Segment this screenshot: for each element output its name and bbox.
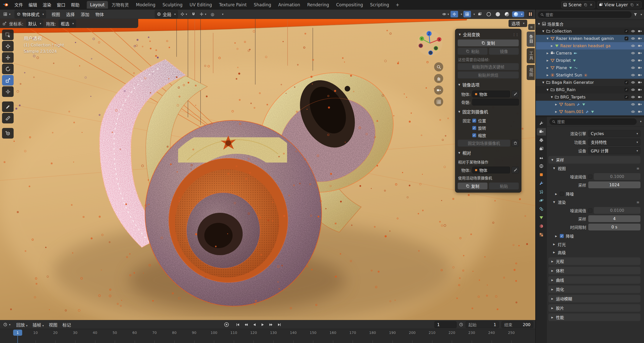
eyedropper-button[interactable] [512,91,519,97]
frame-start-field[interactable]: 起始 1 [466,321,499,328]
property-dropdown[interactable]: GPU 计算▾ [588,147,640,154]
frame-end-field[interactable]: 结束 200 [501,321,533,328]
viewport-menu[interactable]: 选择 [63,10,77,18]
topbar-menu[interactable]: 渲染 [40,1,54,9]
property-dropdown[interactable]: Cycles▾ [588,130,640,137]
include-checkbox[interactable]: ✓ [625,95,628,99]
new-scene-icon[interactable] [584,3,587,7]
tool-cursor[interactable] [2,41,14,51]
properties-tab-material[interactable] [537,222,546,230]
workspace-tab[interactable]: Rendering [304,1,332,9]
disable-render-icon[interactable] [638,80,642,85]
prev-keyframe-button[interactable] [242,321,250,328]
hide-viewport-icon[interactable] [631,58,635,63]
properties-tab-view-layer[interactable] [537,145,546,153]
section-运动模糊[interactable]: ▶运动模糊 [548,295,640,302]
outliner-search-input[interactable]: 搜索 [538,11,632,18]
jump-to-end-button[interactable] [275,321,283,328]
mirror-button[interactable]: 镜像 [489,48,519,55]
properties-tab-output[interactable] [537,137,546,144]
auto-keying-toggle[interactable] [224,322,229,327]
outliner-row[interactable]: ▶foam [536,101,644,108]
gizmos-dropdown[interactable]: ▾ [461,13,462,16]
tool-rotate[interactable] [2,64,14,74]
properties-tab-texture[interactable] [537,231,546,239]
tool-annotate[interactable] [2,101,14,112]
viewport-menu[interactable]: 添加 [78,10,92,18]
viewport-menu[interactable]: 物体 [93,10,107,18]
pivot-point-button[interactable]: ▾ [180,11,188,17]
play-button[interactable] [259,321,266,328]
relative-collapse-icon[interactable]: ▼ [458,151,461,154]
property-value-field[interactable]: 4 [588,215,640,222]
shading-wireframe-button[interactable] [485,11,493,17]
hide-viewport-icon[interactable] [631,88,635,92]
hide-viewport-icon[interactable] [631,44,635,48]
shading-material-button[interactable] [503,11,511,17]
orientation-setting-dropdown[interactable]: 默认▾ [26,19,44,28]
navigation-gizmo[interactable]: Z Y X [417,30,443,56]
paste-and-bake-button[interactable]: 粘贴并烘焙 [458,71,519,78]
disable-render-icon[interactable] [638,58,642,63]
tool-scale[interactable] [2,75,14,86]
shading-rendered-button[interactable]: ▾ [512,11,524,17]
workspace-tab[interactable]: Compositing [333,1,366,9]
value-checkbox[interactable]: ✓ [588,208,592,213]
expand-toggle[interactable]: ▼ [537,22,541,25]
sidebar-menu-icon[interactable]: ≡ [528,24,535,30]
mirror-object-field[interactable]: 物体 [472,91,510,97]
topbar-menu[interactable]: 编辑 [26,1,40,9]
preset-icon[interactable]: ≡ [636,200,639,204]
hide-viewport-icon[interactable] [631,66,635,70]
timeline-menu-标记[interactable]: 标记 [61,321,73,329]
view-layer-selector[interactable]: View Layer ✕ [597,1,641,8]
editor-type-button[interactable]: ▾ [2,11,12,17]
mirror-options-collapse-icon[interactable]: ▼ [458,83,461,86]
relative-object-field[interactable]: 物体 [472,167,510,173]
properties-tab-render[interactable] [537,128,546,136]
tool-add-cube[interactable] [2,128,14,139]
properties-tab-modifiers[interactable] [537,179,546,187]
sidebar-tab-视图[interactable]: 视图 [527,65,535,80]
overlays-dropdown[interactable]: ▾ [473,13,475,16]
disable-render-icon[interactable] [638,110,642,114]
relative-eyedropper-button[interactable] [512,167,519,173]
properties-options-dropdown[interactable]: ▾ [640,120,641,123]
topbar-menu[interactable]: 文件 [12,1,26,9]
include-checkbox[interactable]: ✓ [625,88,628,92]
denoise-row[interactable]: ▶✓降噪 [548,232,640,240]
workspace-tab[interactable]: Sculpting [159,1,186,9]
outliner-row[interactable]: ▶Plane [536,64,644,71]
workspace-tab[interactable]: 万物有灵 [108,0,132,9]
next-keyframe-button[interactable] [267,321,275,328]
sidebar-tab-条目[interactable]: 条目 [527,32,535,47]
fix-location-checkbox[interactable]: ✓位置 [472,118,486,124]
expand-toggle[interactable]: ▶ [546,74,549,76]
preset-icon[interactable]: ≡ [636,166,639,170]
disable-render-icon[interactable] [638,44,642,48]
section-性能[interactable]: ▶性能 [548,313,640,321]
copy-global-transform-button[interactable]: 复制 [458,39,519,46]
blender-logo-icon[interactable] [3,3,9,7]
outliner-row[interactable]: ▶Razer kraken headset ga [536,42,644,49]
outliner-row[interactable]: ▼Collection✓ [536,28,644,35]
subsection-视图[interactable]: ▼视图≡ [548,165,640,172]
fix-to-scene-camera-button[interactable]: 固定到场景摄像机 [458,140,510,147]
remove-view-layer-button[interactable]: ✕ [635,3,640,7]
expand-toggle[interactable]: ▼ [542,30,545,33]
paste-button[interactable]: 粘贴 [458,48,488,55]
outliner-row[interactable]: ▼BRG_Rain✓ [536,86,644,93]
expand-toggle[interactable]: ▼ [546,88,549,91]
xray-toggle[interactable] [476,11,484,17]
workspace-tab[interactable]: Texture Paint [216,1,250,9]
mirror-bone-field[interactable] [472,99,519,105]
fix-rotation-checkbox[interactable]: ✓旋转 [472,125,486,131]
shading-solid-button[interactable] [494,11,502,17]
properties-tab-world[interactable] [537,162,546,170]
snap-toggle[interactable] [190,11,197,17]
property-value-field[interactable]: 0 s [588,224,640,230]
properties-tab-particles[interactable] [537,188,546,196]
denoise-checkbox[interactable]: ✓ [560,234,564,238]
section-体积[interactable]: ▶体积 [548,267,640,274]
pan-button[interactable] [434,74,443,83]
